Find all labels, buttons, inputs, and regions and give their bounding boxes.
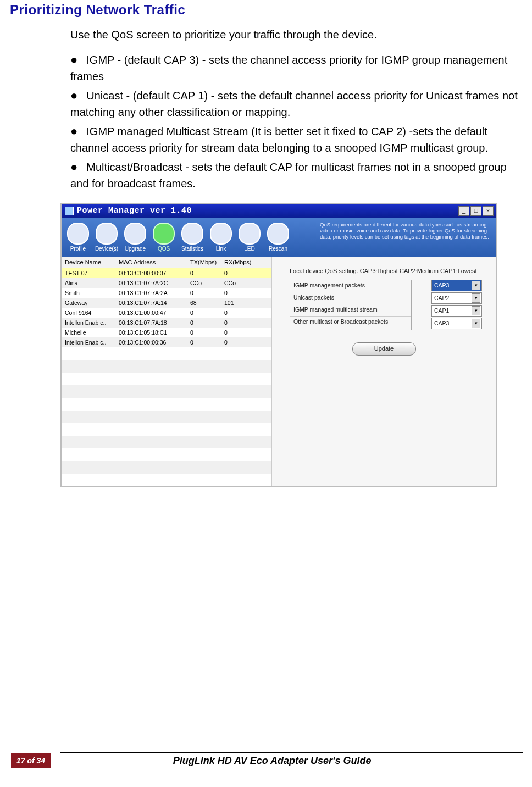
cap-select-other[interactable]: CAP3 <box>431 318 482 329</box>
table-row[interactable]: Michelle00:13:C1:05:18:C100 <box>62 328 271 337</box>
table-row[interactable]: Gateway00:13:C1:07:7A:1468101 <box>62 298 271 308</box>
tab-link[interactable]: Link <box>208 223 234 252</box>
table-row[interactable]: Intellon Enab c..00:13:C1:07:7A:1800 <box>62 318 271 328</box>
devices-icon <box>96 223 118 245</box>
led-icon <box>239 223 261 245</box>
maximize-button[interactable]: □ <box>470 206 481 216</box>
tab-rescan[interactable]: Rescan <box>265 223 291 252</box>
statistics-icon <box>181 223 203 245</box>
table-row[interactable]: Smith00:13:C1:07:7A:2A00 <box>62 288 271 298</box>
window-title: Power Manager ver 1.40 <box>77 206 458 215</box>
bullet-list: ●IGMP - (default CAP 3) - sets the chann… <box>70 51 522 192</box>
device-table-body: TEST-0700:13:C1:00:00:0700Alina00:13:C1:… <box>62 268 271 347</box>
link-icon <box>210 223 232 245</box>
intro-text: Use the QoS screen to prioritize your tr… <box>70 29 522 41</box>
table-row[interactable]: Alina00:13:C1:07:7A:2CCCoCCo <box>62 278 271 288</box>
local-qos-label: Local device QoS setting. CAP3:Highest C… <box>290 268 489 274</box>
cap-select-igmp[interactable]: CAP3 <box>431 280 482 291</box>
app-icon <box>65 207 74 215</box>
bullet-item: IGMP managed Multicast Stream (It is bet… <box>70 125 488 154</box>
bullet-item: IGMP - (default CAP 3) - sets the channe… <box>70 54 507 82</box>
embedded-app-window: Power Manager ver 1.40 _ □ × Profile Dev… <box>60 203 497 487</box>
page-footer: 17 of 34 PlugLink HD AV Eco Adapter User… <box>0 752 532 776</box>
qos-description: QoS requirements are different for vario… <box>320 221 490 240</box>
minimize-button[interactable]: _ <box>458 206 469 216</box>
device-table-header: Device Name MAC Address TX(Mbps) RX(Mbps… <box>62 257 271 268</box>
update-button[interactable]: Update <box>352 342 416 356</box>
toolbar: Profile Device(s) Upgrade QOS Statistics… <box>62 218 496 257</box>
people-icon <box>67 223 89 245</box>
cap-select-multicast-stream[interactable]: CAP1 <box>431 305 482 317</box>
bullet-item: Unicast - (default CAP 1) - sets the def… <box>70 90 518 118</box>
cap-select-unicast[interactable]: CAP2 <box>431 292 482 304</box>
qos-icon <box>153 223 175 245</box>
tab-profile[interactable]: Profile <box>65 223 91 252</box>
upgrade-icon <box>124 223 146 245</box>
tab-devices[interactable]: Device(s) <box>93 223 120 252</box>
table-row[interactable]: Conf 916400:13:C1:00:00:4700 <box>62 308 271 318</box>
page-number: 17 of 34 <box>11 753 51 768</box>
close-button[interactable]: × <box>483 206 494 216</box>
section-title: Prioritizing Network Traffic <box>10 2 522 18</box>
guide-title: PlugLink HD AV Eco Adapter User's Guide <box>51 755 532 767</box>
titlebar: Power Manager ver 1.40 _ □ × <box>62 204 496 218</box>
bullet-item: Multicast/Broadcast - sets the default C… <box>70 161 507 190</box>
rescan-icon <box>267 223 289 245</box>
table-row[interactable]: TEST-0700:13:C1:00:00:0700 <box>62 268 271 278</box>
table-row[interactable]: Intellon Enab c..00:13:C1:00:00:3600 <box>62 337 271 347</box>
qos-settings-labels: IGMP management packets Unicast packets … <box>290 280 412 330</box>
tab-upgrade[interactable]: Upgrade <box>122 223 148 252</box>
tab-led[interactable]: LED <box>236 223 263 252</box>
tab-qos[interactable]: QOS <box>151 223 177 252</box>
tab-statistics[interactable]: Statistics <box>179 223 206 252</box>
